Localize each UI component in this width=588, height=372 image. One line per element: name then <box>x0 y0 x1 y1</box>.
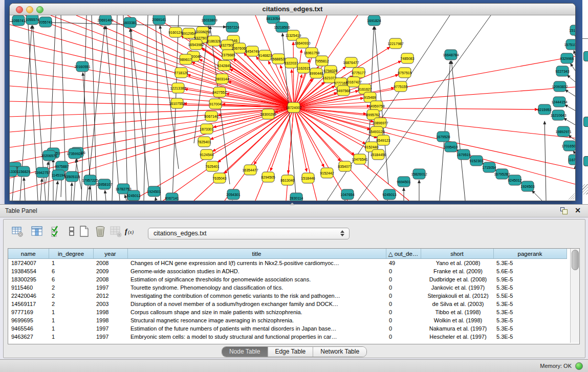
graph-node[interactable]: 20206576 <box>41 150 57 161</box>
table-cell[interactable]: 2 <box>49 283 93 292</box>
graph-node[interactable]: 17957225 <box>82 175 98 185</box>
graph-node[interactable]: 989617 <box>180 54 192 64</box>
table-cell[interactable]: 1998 <box>93 308 127 316</box>
table-cell[interactable]: 2012 <box>93 292 127 300</box>
table-cell[interactable]: 5.5E-5 <box>493 292 567 300</box>
function-builder-icon[interactable]: f (x) <box>123 225 137 238</box>
graph-node[interactable]: 9245012 <box>508 175 521 185</box>
graph-node[interactable]: 8067140 <box>204 111 218 121</box>
table-cell[interactable]: 1 <box>49 259 93 268</box>
table-cell[interactable]: 18724007 <box>8 259 49 268</box>
table-cell[interactable]: 1 <box>49 333 93 341</box>
graph-node[interactable]: 17016504 <box>561 141 575 151</box>
table-cell[interactable]: 6 <box>49 275 93 283</box>
graph-node[interactable]: 1156829 <box>17 166 31 177</box>
table-cell[interactable]: 18300295 <box>8 275 49 283</box>
table-row[interactable]: 2242004622012Investigating the contribut… <box>8 292 567 300</box>
graph-node[interactable]: 1679528 <box>436 132 450 142</box>
graph-node[interactable]: 9152442 <box>320 168 334 178</box>
graph-node[interactable]: 9124544 <box>200 149 213 160</box>
graph-node[interactable]: 9152303 <box>469 156 483 166</box>
graph-node[interactable]: 1167531 <box>568 155 575 165</box>
graph-node[interactable]: 1873301 <box>200 124 213 134</box>
table-cell[interactable]: 9463627 <box>8 333 49 341</box>
graph-node[interactable]: 1603381 <box>123 17 137 28</box>
table-cell[interactable]: Structural magnetic resonance image aver… <box>127 316 386 324</box>
graph-node[interactable]: 8294505 <box>261 172 275 182</box>
table-row[interactable]: 1872400712008Changes of HCN gene express… <box>8 259 567 268</box>
table-cell[interactable]: Yano et al. (2008) <box>421 259 493 268</box>
table-cell[interactable]: 1997 <box>93 333 127 341</box>
table-cell[interactable]: 9777169 <box>8 308 49 316</box>
graph-node[interactable]: 1518446 <box>301 173 315 183</box>
graph-node[interactable]: 20160551 <box>74 61 90 72</box>
table-cell[interactable]: 0 <box>386 292 421 300</box>
graph-node[interactable]: 1679519 <box>456 149 470 160</box>
graph-node[interactable]: 15751074 <box>564 39 575 50</box>
table-cell[interactable]: 1 <box>49 324 93 333</box>
table-cell[interactable]: 5.3E-5 <box>493 324 567 333</box>
table-cell[interactable]: 1997 <box>93 324 127 333</box>
graph-node[interactable]: 1055741 <box>11 15 25 26</box>
graph-node[interactable]: 391330 <box>10 166 17 177</box>
select-rows-icon[interactable] <box>50 225 63 238</box>
graph-node[interactable]: 9227343 <box>555 66 569 76</box>
table-cell[interactable]: 0 <box>386 333 421 341</box>
graph-node[interactable]: 9497568 <box>336 85 350 96</box>
graph-node[interactable]: 9160124 <box>168 27 182 37</box>
table-row[interactable]: 977716911998Corpus callosum shape and si… <box>8 308 567 316</box>
graph-node[interactable]: 7825401 <box>197 137 211 147</box>
table-cell[interactable]: 2 <box>49 292 93 300</box>
table-cell[interactable]: Nakamura et al. (1997) <box>421 324 493 333</box>
table-row[interactable]: 1830029562008Estimation of significance … <box>8 275 567 283</box>
table-cell[interactable]: 9115460 <box>8 283 49 292</box>
table-cell[interactable]: 2008 <box>93 259 127 268</box>
table-row[interactable]: 911546021997Tourette syndrome. Phenomeno… <box>8 283 567 292</box>
table-cell[interactable]: 2 <box>49 300 93 308</box>
graph-node[interactable]: 2718126 <box>174 68 188 78</box>
graph-node[interactable]: 12217987 <box>387 38 403 49</box>
graph-node[interactable]: 8354077 <box>338 161 352 171</box>
graph-node[interactable]: 19892971 <box>555 126 571 137</box>
scrollbar-thumb[interactable] <box>572 250 579 270</box>
graph-node[interactable]: 1517104 <box>569 25 575 35</box>
float-panel-icon[interactable] <box>560 207 568 214</box>
table-cell[interactable]: 1 <box>49 308 93 316</box>
new-table-icon[interactable] <box>77 225 91 238</box>
table-cell[interactable]: Embryonic stem cells: a model to study s… <box>127 333 386 341</box>
graph-node[interactable]: 16210643 <box>550 110 566 120</box>
graph-node[interactable]: 2069141 <box>152 15 166 25</box>
graph-node[interactable]: 16795283 <box>494 169 510 179</box>
graph-node[interactable]: 2054301 <box>226 189 240 200</box>
graph-node[interactable]: 1924503 <box>520 181 534 191</box>
graph-node[interactable]: 9775155 <box>394 81 407 92</box>
hub-node[interactable]: 18724007 <box>286 102 301 113</box>
graph-node[interactable]: 1095410 <box>444 142 458 152</box>
graph-node[interactable]: 1047654 <box>340 189 354 200</box>
table-cell[interactable]: Changes of HCN gene expression and I(f) … <box>127 259 386 268</box>
graph-node[interactable]: 9245012 <box>126 190 140 201</box>
graph-node[interactable]: 1924501 <box>147 186 161 196</box>
graph-node[interactable]: 12093832 <box>552 81 568 92</box>
table-cell[interactable]: Hescheler et al. (1997) <box>421 333 493 341</box>
graph-node[interactable]: 8613040 <box>280 175 294 185</box>
column-header-title[interactable]: title <box>127 249 386 259</box>
graph-node[interactable]: 8990448 <box>309 68 323 78</box>
graph-node[interactable]: 8186328 <box>207 36 221 46</box>
table-row[interactable]: 969969511998Structural magnetic resonanc… <box>8 316 567 324</box>
graph-node[interactable]: 16107552 <box>169 98 185 108</box>
table-cell[interactable]: 2009 <box>93 267 127 275</box>
table-cell[interactable]: 5.3E-5 <box>493 300 567 308</box>
table-cell[interactable]: Disruption of a novel member of a sodium… <box>127 300 386 308</box>
table-cell[interactable]: 9699695 <box>8 316 49 324</box>
graph-node[interactable]: 1162615 <box>297 63 311 73</box>
delete-trash-icon[interactable] <box>94 225 107 238</box>
graph-node[interactable]: 917004 <box>209 99 222 109</box>
graph-node[interactable]: 17359924 <box>67 148 82 159</box>
table-row[interactable]: 946362711997Embryonic stem cells: a mode… <box>8 333 567 341</box>
graph-node[interactable]: 7485083 <box>400 53 414 63</box>
graph-node[interactable]: 8322037 <box>284 58 298 68</box>
table-select-dropdown[interactable]: citations_edges.txt <box>148 228 350 239</box>
graph-node[interactable]: 20691406 <box>97 15 113 25</box>
table-cell[interactable]: 0 <box>386 308 421 316</box>
